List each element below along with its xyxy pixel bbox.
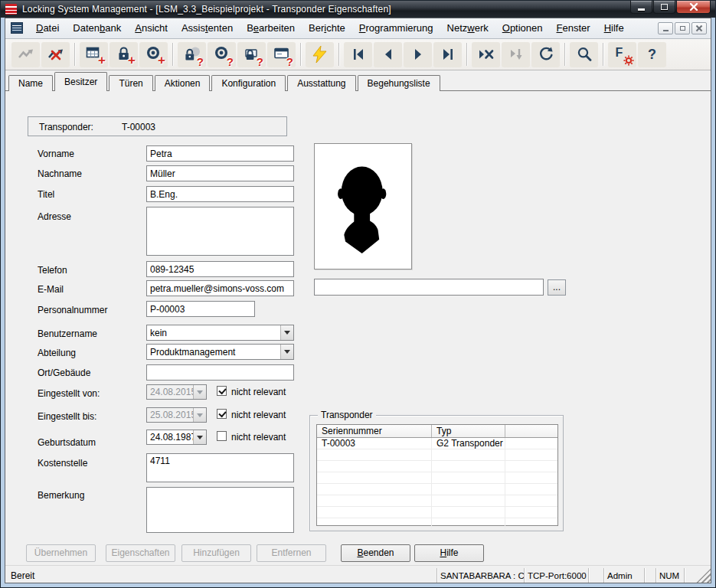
mdi-restore-button[interactable] — [675, 22, 690, 34]
menu-item-bearbeiten[interactable]: Bearbeiten — [240, 20, 302, 37]
hilfe-button[interactable]: Hilfe — [414, 544, 484, 562]
eingestellt-von-date[interactable]: 24.08.2015 — [146, 384, 207, 400]
browse-photo-button[interactable]: ... — [548, 279, 566, 296]
close-button[interactable] — [676, 1, 711, 14]
tab-ausstattung[interactable]: Ausstattung — [287, 75, 355, 91]
chevron-down-icon[interactable] — [193, 430, 206, 444]
refresh-button[interactable] — [531, 42, 560, 67]
toolbar-separator — [74, 43, 75, 66]
bemerkung-label: Bemerkung — [38, 490, 84, 501]
nav-next-button[interactable] — [404, 42, 432, 67]
mdi-document-icon[interactable] — [11, 22, 23, 34]
personalnummer-input[interactable] — [146, 301, 255, 317]
menu-item-programmierung[interactable]: Programmierung — [352, 20, 440, 37]
chevron-down-icon[interactable] — [280, 325, 293, 340]
hinzufuegen-button[interactable]: Hinzufügen — [181, 544, 251, 562]
question-badge-icon: ? — [257, 56, 263, 67]
eingestellt-von-nicht-relevant-checkbox[interactable] — [217, 386, 227, 396]
mdi-minimize-button[interactable] — [658, 22, 673, 34]
status-bar: Bereit SANTABARBARA : COM9 TCP-Port:6000… — [5, 565, 711, 585]
read-lock-button[interactable]: ? — [178, 42, 206, 67]
connect-button[interactable] — [11, 42, 40, 67]
chevron-down-icon[interactable] — [193, 408, 206, 422]
column-header-typ[interactable]: Typ — [432, 425, 505, 437]
nav-last-button[interactable] — [433, 42, 462, 67]
nav-first-icon — [349, 45, 368, 64]
menu-item-hilfe[interactable]: Hilfe — [597, 20, 631, 37]
telefon-input[interactable] — [146, 261, 294, 277]
entfernen-button[interactable]: Entfernen — [257, 544, 326, 562]
download-button[interactable] — [502, 42, 530, 67]
email-label: E-Mail — [38, 284, 64, 295]
table-empty-row — [317, 518, 557, 530]
titel-input[interactable] — [146, 186, 294, 202]
adresse-input[interactable] — [146, 207, 294, 256]
nav-previous-button[interactable] — [374, 42, 402, 67]
chevron-down-icon[interactable] — [193, 385, 206, 399]
tab-tueren[interactable]: Türen — [109, 75, 152, 91]
eigenschaften-button[interactable]: Eigenschaften — [106, 544, 175, 562]
new-locking-system-button[interactable]: + — [80, 42, 108, 67]
search-button[interactable] — [570, 42, 598, 67]
nachname-label: Nachname — [38, 168, 82, 179]
eingestellt-bis-label: Eingestellt bis: — [38, 411, 96, 422]
status-num-lock: NUM — [656, 568, 684, 583]
column-header-seriennummer[interactable]: Seriennummer — [317, 425, 432, 437]
tab-konfiguration[interactable]: Konfiguration — [211, 75, 286, 91]
vorname-input[interactable] — [146, 145, 294, 162]
bemerkung-input[interactable] — [146, 487, 294, 533]
read-transponder-button[interactable]: ? — [208, 42, 236, 67]
geburtsdatum-date[interactable]: 24.08.1987 — [146, 430, 207, 445]
lightning-icon — [311, 45, 329, 64]
geburtsdatum-nicht-relevant-checkbox[interactable] — [217, 431, 227, 441]
minimize-button[interactable] — [630, 1, 652, 14]
tab-begehungsliste[interactable]: Begehungsliste — [358, 75, 440, 91]
app-logo-icon — [5, 4, 17, 15]
email-input[interactable] — [146, 280, 294, 296]
mdi-close-button[interactable] — [691, 22, 707, 34]
menu-item-datenbank[interactable]: Datenbank — [66, 20, 128, 37]
uebernehmen-button[interactable]: Übernehmen — [26, 544, 96, 562]
connect-icon — [17, 45, 35, 64]
read-window-button[interactable]: ? — [267, 42, 296, 67]
question-badge-icon: ? — [197, 56, 204, 67]
nachname-input[interactable] — [146, 165, 294, 181]
disconnect-button[interactable] — [41, 42, 70, 67]
eingestellt-bis-date[interactable]: 25.08.2015 — [146, 407, 207, 423]
table-row[interactable]: T-00003 G2 Transponder — [317, 438, 557, 449]
read-lock-data-button[interactable]: ? — [237, 42, 266, 67]
beenden-button[interactable]: Beenden — [341, 544, 410, 562]
tab-aktionen[interactable]: Aktionen — [155, 75, 211, 91]
search-icon — [575, 45, 593, 64]
status-user: Admin — [603, 568, 644, 583]
menu-item-berichte[interactable]: Berichte — [302, 20, 352, 37]
tab-name[interactable]: Name — [8, 75, 53, 91]
photo-path-input[interactable] — [314, 279, 544, 296]
column-header-empty[interactable] — [505, 425, 557, 437]
resize-grip[interactable] — [696, 568, 711, 583]
tab-bar: Name Besitzer Türen Aktionen Konfigurati… — [5, 70, 711, 91]
restore-icon — [661, 4, 668, 10]
help-button[interactable]: ? — [638, 42, 666, 67]
filter-settings-button[interactable]: F — [608, 42, 636, 67]
chevron-down-icon[interactable] — [280, 345, 293, 359]
toolbar-separator — [338, 43, 339, 66]
new-lock-button[interactable]: + — [110, 42, 138, 67]
menu-item-optionen[interactable]: Optionen — [495, 20, 550, 37]
abteilung-select[interactable]: Produktmanagement — [146, 344, 294, 360]
menu-item-assistenten[interactable]: Assistenten — [175, 20, 240, 37]
menu-item-fenster[interactable]: Fenster — [550, 20, 597, 37]
menu-item-datei[interactable]: Datei — [29, 20, 66, 37]
nav-first-button[interactable] — [344, 42, 372, 67]
cancel-programming-button[interactable] — [472, 42, 500, 67]
menu-item-ansicht[interactable]: Ansicht — [128, 20, 175, 37]
new-transponder-button[interactable]: + — [139, 42, 168, 67]
ort-gebaeude-input[interactable] — [146, 364, 294, 381]
eingestellt-bis-nicht-relevant-checkbox[interactable] — [217, 409, 227, 419]
programming-button[interactable] — [306, 42, 334, 67]
kostenstelle-input[interactable]: 4711 — [146, 453, 294, 482]
restore-button[interactable] — [653, 1, 675, 14]
benutzername-select[interactable]: kein — [146, 325, 294, 341]
menu-item-netzwerk[interactable]: Netzwerk — [440, 20, 495, 37]
tab-besitzer[interactable]: Besitzer — [54, 72, 107, 91]
